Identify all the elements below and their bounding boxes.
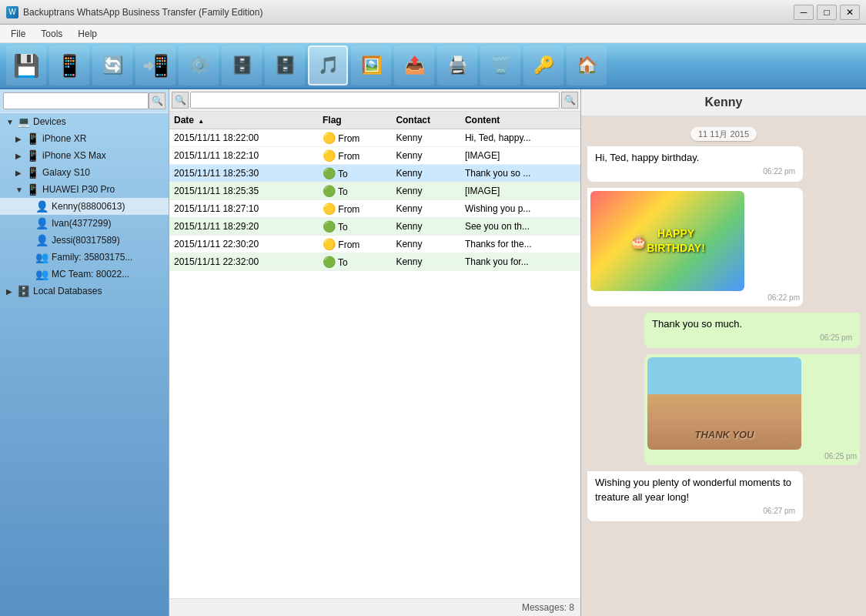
sidebar: 🔍 ▼ 💻 Devices ▶ 📱 iPhone XR ▶ 📱 iPhone X… [0,89,169,616]
sidebar-item-local-databases[interactable]: ▶ 🗄️ Local Databases [0,283,169,300]
restore-button[interactable]: 🔄 [92,45,132,85]
photo-button[interactable]: 🖼️ [351,45,391,85]
chat-panel: Kenny 11 11月 2015 Hi, Ted, happy birthda… [581,89,866,616]
sidebar-search-button[interactable]: 🔍 [149,92,166,109]
message-footer: Messages: 8 [169,598,580,616]
thankyou-image: THANK YOU [647,357,801,450]
col-header-flag[interactable]: Flag [318,112,391,129]
sidebar-item-galaxy-s10[interactable]: ▶ 📱 Galaxy S10 [0,164,169,181]
galaxy-s10-arrow: ▶ [15,169,25,177]
cell-flag: 🟡 From [318,129,391,147]
bubble-text: Thank you so much. [652,318,742,330]
galaxy-s10-label: Galaxy S10 [42,167,90,178]
cell-content: Thank you for... [460,253,580,271]
col-header-contact[interactable]: Contact [391,112,460,129]
maximize-button[interactable]: □ [817,5,837,20]
cell-contact: Kenny [391,218,460,236]
local-db-icon: 🗄️ [17,285,30,297]
bubble-content: Wishing you plenty of wonderful moments … [587,471,803,521]
message-search-right-button[interactable]: 🔍 [561,92,578,109]
iphone-xr-arrow: ▶ [15,135,25,143]
settings-icon: ⚙️ [189,55,209,75]
message-search-left-button[interactable]: 🔍 [172,92,189,109]
sidebar-item-ivan[interactable]: 👤 Ivan(4377299) [0,215,169,232]
table-row[interactable]: 2015/11/11 18:25:30 🟢 To Kenny Thank you… [169,165,580,182]
close-button[interactable]: ✕ [840,5,860,20]
cell-date: 2015/11/11 22:32:00 [169,253,318,271]
cell-flag: 🟢 To [318,253,391,271]
sidebar-item-mc-team[interactable]: 👥 MC Team: 80022... [0,266,169,283]
jessi-label: Jessi(80317589) [52,235,120,246]
table-row[interactable]: 2015/11/11 18:22:10 🟡 From Kenny [IMAGE] [169,147,580,165]
sidebar-item-kenny[interactable]: 👤 Kenny(88800613) [0,198,169,215]
sidebar-search-input[interactable] [3,92,149,109]
trash-button[interactable]: 🗑️ [480,45,520,85]
bubble-content: 🎂HAPPYBIRTHDAY! 06:22 pm [587,188,803,306]
family-icon: 👥 [35,251,48,263]
home-icon: 🏠 [577,55,597,75]
col-header-content[interactable]: Content [460,112,580,129]
message-bubble: 🎂HAPPYBIRTHDAY! 06:22 pm [587,188,803,306]
bubble-time: 06:27 pm [595,506,795,517]
message-bubble: THANK YOU 06:25 pm [644,354,860,465]
bubble-time: 06:22 pm [590,293,800,303]
cell-content: Wishing you p... [460,200,580,218]
chat-header: Kenny [581,89,866,116]
table-row[interactable]: 2015/11/11 18:27:10 🟡 From Kenny Wishing… [169,200,580,218]
sidebar-item-devices[interactable]: ▼ 💻 Devices [0,113,169,130]
mc-team-icon: 👥 [35,268,48,280]
sidebar-item-family[interactable]: 👥 Family: 35803175... [0,249,169,266]
message-count: Messages: 8 [522,602,574,613]
sidebar-item-jessi[interactable]: 👤 Jessi(80317589) [0,232,169,249]
table-header-row: Date ▲ Flag Contact Content [169,112,580,129]
cell-content: Thank you so ... [460,165,580,182]
database-button[interactable]: 🗄️ [222,45,262,85]
database2-icon: 🗄️ [275,55,296,75]
chat-messages: 11 11月 2015 Hi, Ted, happy birthday. 06:… [581,116,866,616]
cell-date: 2015/11/11 18:25:30 [169,165,318,182]
sidebar-item-huawei-p30-pro[interactable]: ▼ 📱 HUAWEI P30 Pro [0,181,169,198]
music-button[interactable]: 🎵 [308,45,348,85]
table-row[interactable]: 2015/11/11 22:30:20 🟡 From Kenny Thanks … [169,236,580,253]
table-row[interactable]: 2015/11/11 18:29:20 🟢 To Kenny See you o… [169,218,580,236]
sidebar-item-iphone-xr[interactable]: ▶ 📱 iPhone XR [0,130,169,147]
settings-button[interactable]: ⚙️ [179,45,219,85]
bubble-time: 06:22 pm [595,166,795,177]
table-row[interactable]: 2015/11/11 18:22:00 🟡 From Kenny Hi, Ted… [169,129,580,147]
backup-button[interactable]: 💾 [6,45,46,85]
iphone-xs-max-label: iPhone XS Max [42,150,106,161]
message-search-input[interactable] [190,92,560,109]
help-menu[interactable]: Help [70,27,105,41]
android-button[interactable]: 📲 [135,45,176,85]
date-divider: 11 11月 2015 [587,129,860,140]
window-controls: ─ □ ✕ [794,5,860,20]
date-sort-icon: ▲ [198,118,204,125]
music-icon: 🎵 [318,55,339,75]
cell-flag: 🟢 To [318,218,391,236]
home-button[interactable]: 🏠 [567,45,607,85]
table-row[interactable]: 2015/11/11 18:25:35 🟢 To Kenny [IMAGE] [169,182,580,200]
col-header-date[interactable]: Date ▲ [169,112,318,129]
file-menu[interactable]: File [3,27,33,41]
message-bubble: Thank you so much. 06:25 pm [644,313,860,348]
backup-icon: 💾 [13,53,40,79]
database2-button[interactable]: 🗄️ [265,45,305,85]
cell-content: See you on th... [460,218,580,236]
cell-date: 2015/11/11 18:27:10 [169,200,318,218]
minimize-button[interactable]: ─ [794,5,814,20]
cell-flag: 🟢 To [318,165,391,182]
key-button[interactable]: 🔑 [523,45,563,85]
tools-menu[interactable]: Tools [33,27,70,41]
cell-contact: Kenny [391,165,460,182]
huawei-p30-label: HUAWEI P30 Pro [42,184,115,195]
local-db-label: Local Databases [33,286,102,296]
export-button[interactable]: 📤 [394,45,434,85]
print-button[interactable]: 🖨️ [437,45,477,85]
transfer-phones-button[interactable]: 📱 [49,45,89,85]
trash-icon: 🗑️ [490,55,511,75]
sidebar-item-iphone-xs-max[interactable]: ▶ 📱 iPhone XS Max [0,147,169,164]
cell-flag: 🟡 From [318,200,391,218]
cell-flag: 🟢 To [318,182,391,200]
table-row[interactable]: 2015/11/11 22:32:00 🟢 To Kenny Thank you… [169,253,580,271]
export-icon: 📤 [404,55,425,75]
